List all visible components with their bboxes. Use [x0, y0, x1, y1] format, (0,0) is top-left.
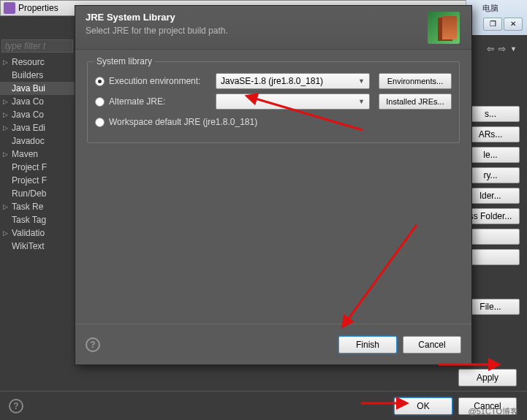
sidebar-item-label: Run/Deb [12, 188, 46, 199]
ok-button[interactable]: OK [394, 397, 452, 415]
dialog-help-icon[interactable]: ? [86, 337, 100, 352]
exec-env-row: Execution environment: JavaSE-1.8 (jre1.… [95, 71, 452, 91]
sidebar-item[interactable]: Project F [0, 161, 75, 174]
nav-fwd-icon[interactable]: ⇨ [498, 44, 506, 54]
help-icon[interactable]: ? [9, 399, 23, 413]
workspace-jre-label: Workspace default JRE (jre1.8.0_181) [109, 117, 257, 127]
eclipse-icon [4, 2, 15, 14]
sidebar-item-label: Java Co [12, 110, 44, 120]
sidebar-item-label: Java Co [12, 96, 44, 107]
window-restore-button[interactable]: ❐ [483, 18, 502, 31]
alt-jre-row: Alternate JRE: ▼ Installed JREs... [95, 91, 452, 112]
desktop-chrome: 电脑 ❐ ✕ [466, 0, 527, 35]
sidebar-item-label: WikiText [12, 241, 45, 251]
watermark: @51CTO博客 [469, 406, 518, 417]
dialog-footer: ? Finish Cancel [75, 324, 471, 364]
nav-menu-icon[interactable]: ▼ [510, 45, 517, 53]
tree-arrow-icon: ▷ [3, 111, 10, 118]
tree-arrow-icon: ▷ [3, 150, 10, 158]
jre-library-dialog: JRE System Library Select JRE for the pr… [75, 5, 472, 365]
sidebar-item[interactable]: Javadoc [0, 134, 75, 148]
apply-bar: Apply [0, 364, 527, 391]
sidebar-item[interactable]: ▷Resourc [0, 56, 75, 69]
sidebar-item-label: Validatio [12, 228, 45, 238]
system-library-fieldset: System library Execution environment: Ja… [87, 61, 460, 143]
alt-jre-label: Alternate JRE: [109, 96, 211, 107]
sidebar-item-label: Task Re [12, 202, 43, 212]
dialog-body: System library Execution environment: Ja… [75, 50, 471, 324]
alt-jre-radio[interactable] [95, 97, 105, 107]
dialog-cancel-button[interactable]: Cancel [403, 336, 461, 354]
sidebar-item[interactable]: Java Bui [0, 82, 75, 95]
sidebar-item[interactable]: Builders [0, 69, 75, 82]
sidebar-item[interactable]: ▷Java Edi [0, 121, 75, 134]
sidebar-item-label: Resourc [12, 57, 45, 67]
tree-arrow-icon: ▷ [3, 58, 10, 66]
exec-env-radio[interactable] [95, 77, 105, 86]
sidebar-item-label: Project F [12, 162, 47, 172]
sidebar-item[interactable]: ▷Maven [0, 148, 75, 161]
sidebar-item-label: Task Tag [12, 215, 46, 225]
tree-arrow-icon: ▷ [3, 98, 10, 105]
workspace-jre-row: Workspace default JRE (jre1.8.0_181) [95, 112, 452, 132]
sidebar-item[interactable]: ▷Validatio [0, 226, 75, 240]
sidebar-item-label: Builders [12, 70, 43, 80]
finish-button[interactable]: Finish [338, 336, 397, 354]
exec-env-combo[interactable]: JavaSE-1.8 (jre1.8.0_181) ▼ [216, 73, 370, 89]
sidebar-item[interactable]: WikiText [0, 240, 75, 253]
bottom-bar: ? OK Cancel [0, 391, 527, 420]
sidebar-item[interactable]: Run/Deb [0, 187, 75, 200]
chevron-down-icon: ▼ [358, 77, 365, 85]
tree-arrow-icon: ▷ [3, 229, 10, 237]
sidebar-item-label: Java Bui [12, 83, 45, 93]
properties-title: Properties [18, 3, 58, 13]
tree-arrow-icon: ▷ [3, 203, 10, 210]
properties-sidebar: ▷ResourcBuildersJava Bui▷Java Co▷Java Co… [0, 56, 75, 253]
alt-jre-combo[interactable]: ▼ [216, 93, 370, 110]
sidebar-item-label: Maven [12, 149, 38, 159]
workspace-jre-radio[interactable] [95, 118, 105, 127]
environments-button[interactable]: Environments... [379, 73, 452, 89]
nav-back-icon[interactable]: ⇦ [487, 44, 494, 54]
toolbar-nav: ⇦ ⇨ ▼ [487, 44, 517, 54]
apply-button[interactable]: Apply [458, 369, 517, 386]
sidebar-item[interactable]: ▷Java Co [0, 108, 75, 121]
installed-jres-button[interactable]: Installed JREs... [379, 93, 452, 110]
sidebar-item-label: Java Edi [12, 123, 45, 133]
desktop-label: 电脑 [482, 3, 498, 14]
exec-env-value: JavaSE-1.8 (jre1.8.0_181) [221, 76, 323, 86]
filter-input[interactable] [1, 39, 73, 53]
sidebar-item[interactable]: Task Tag [0, 213, 75, 226]
sidebar-item-label: Javadoc [12, 136, 45, 146]
tree-arrow-icon: ▷ [3, 124, 10, 131]
sidebar-item[interactable]: ▷Java Co [0, 95, 75, 108]
fieldset-legend: System library [94, 56, 155, 66]
window-close-button[interactable]: ✕ [504, 18, 523, 31]
chevron-down-icon: ▼ [358, 98, 365, 105]
library-icon [428, 12, 460, 44]
dialog-subtitle: Select JRE for the project build path. [86, 26, 228, 36]
sidebar-item-label: Project F [12, 175, 47, 186]
sidebar-item[interactable]: Project F [0, 174, 75, 187]
dialog-header: JRE System Library Select JRE for the pr… [75, 6, 471, 50]
exec-env-label: Execution environment: [109, 76, 211, 86]
dialog-title: JRE System Library [86, 12, 228, 23]
sidebar-item[interactable]: ▷Task Re [0, 200, 75, 213]
